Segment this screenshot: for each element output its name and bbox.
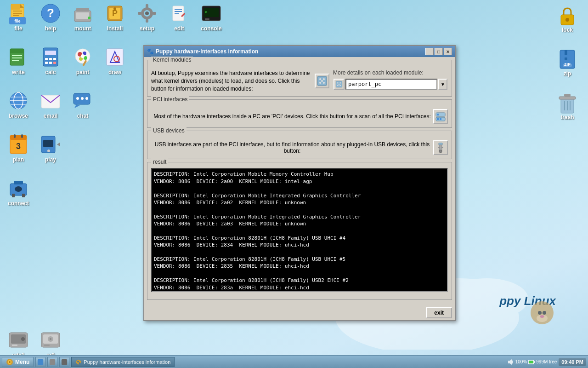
pci-description: Most of the hardware interfaces inside a… bbox=[153, 113, 431, 120]
svg-point-6 bbox=[534, 304, 541, 311]
svg-rect-37 bbox=[175, 9, 182, 10]
svg-rect-15 bbox=[13, 11, 22, 12]
desktop-icon-console[interactable]: >_ console bbox=[195, 2, 227, 32]
svg-rect-54 bbox=[53, 58, 56, 60]
desktop-icon-paint[interactable]: paint bbox=[67, 46, 99, 75]
svg-rect-137 bbox=[441, 147, 443, 148]
svg-point-87 bbox=[47, 150, 50, 152]
pci-text: Most of the hardware interfaces inside a… bbox=[151, 113, 433, 120]
pci-section-label: PCI interfaces bbox=[151, 96, 189, 103]
svg-rect-34 bbox=[138, 12, 141, 15]
memory-label: 999M free bbox=[536, 359, 557, 364]
write-icon-label: write bbox=[12, 69, 25, 75]
dialog-title-text: Puppy hardware-interfaces information bbox=[156, 48, 258, 55]
svg-point-25 bbox=[88, 17, 90, 19]
usb-scan-button[interactable] bbox=[433, 140, 448, 155]
svg-point-7 bbox=[543, 304, 550, 311]
svg-rect-35 bbox=[153, 12, 156, 15]
result-section: result DESCRIPTION: Intel Corporation Mo… bbox=[147, 162, 452, 300]
kernel-text: At bootup, Puppy examines the hardware i… bbox=[151, 69, 311, 92]
svg-rect-78 bbox=[85, 97, 88, 100]
svg-point-119 bbox=[319, 82, 321, 84]
minimize-button[interactable]: _ bbox=[425, 48, 434, 55]
connect-icon-label: connect bbox=[8, 200, 29, 207]
desktop-icon-calc[interactable]: calc bbox=[34, 46, 67, 75]
svg-point-121 bbox=[321, 80, 323, 82]
dialog-controls: _ □ ✕ bbox=[425, 48, 452, 55]
desktop-icon-draw[interactable]: draw bbox=[99, 46, 131, 75]
svg-rect-129 bbox=[437, 118, 439, 120]
svg-rect-56 bbox=[49, 62, 52, 64]
svg-marker-75 bbox=[74, 104, 80, 108]
install-icon-label: install bbox=[107, 25, 123, 32]
email-icon-label: email bbox=[44, 113, 58, 119]
svg-point-135 bbox=[439, 150, 442, 153]
close-button[interactable]: ✕ bbox=[444, 48, 452, 55]
svg-rect-52 bbox=[45, 58, 48, 60]
svg-point-92 bbox=[15, 186, 22, 192]
desktop-icon-edit[interactable]: edit bbox=[163, 2, 195, 32]
svg-marker-85 bbox=[57, 143, 60, 146]
desktop-icon-file[interactable]: file file bbox=[2, 2, 34, 32]
desktop-icon-setup[interactable]: setup bbox=[131, 2, 163, 32]
svg-rect-109 bbox=[563, 64, 572, 67]
active-task[interactable]: 🐾 Puppy hardware-interfaces information bbox=[71, 357, 175, 367]
svg-rect-86 bbox=[43, 140, 53, 147]
svg-rect-44 bbox=[205, 18, 209, 20]
file-icon-label: file bbox=[14, 25, 22, 32]
taskbar-icon-3[interactable] bbox=[59, 357, 69, 367]
svg-point-123 bbox=[337, 82, 339, 84]
svg-text:file: file bbox=[14, 19, 20, 23]
svg-rect-55 bbox=[45, 62, 48, 64]
exit-row: exit bbox=[144, 305, 455, 320]
desktop-icon-browse[interactable]: browse bbox=[2, 90, 34, 119]
desktop-icon-zip[interactable]: ZIP zip bbox=[551, 48, 583, 77]
exit-button[interactable]: exit bbox=[426, 307, 452, 318]
pci-scan-button[interactable] bbox=[433, 109, 448, 124]
desktop-icon-play[interactable]: play bbox=[34, 133, 67, 163]
kernel-section-label: Kernel modules bbox=[151, 57, 193, 63]
svg-point-127 bbox=[339, 84, 340, 85]
trash-icon-label: trash bbox=[560, 114, 574, 121]
svg-rect-148 bbox=[534, 361, 535, 363]
module-detail-button[interactable] bbox=[334, 79, 345, 90]
desktop-icon-lock[interactable]: lock bbox=[551, 5, 583, 33]
taskbar-icon-2[interactable] bbox=[47, 357, 57, 367]
desktop-icon-email[interactable]: email bbox=[34, 90, 67, 119]
svg-rect-77 bbox=[81, 97, 84, 100]
calc-icon-label: calc bbox=[45, 69, 56, 75]
dialog-title: 🐾 Puppy hardware-interfaces information bbox=[147, 48, 258, 55]
desktop-icon-help[interactable]: ? help bbox=[34, 2, 67, 32]
taskbar-icon-1[interactable] bbox=[35, 357, 45, 367]
svg-rect-112 bbox=[564, 94, 571, 97]
taskbar: Menu 🐾 Puppy hardware-interfaces informa… bbox=[0, 355, 588, 368]
svg-point-103 bbox=[565, 18, 569, 22]
module-detail-label: More details on each loaded module: bbox=[333, 69, 424, 76]
desktop-icon-plan[interactable]: 3 plan bbox=[2, 133, 34, 163]
setup-icon-label: setup bbox=[140, 25, 154, 32]
systray: 100% 999M free bbox=[507, 358, 557, 366]
desktop-icon-mount[interactable]: mount bbox=[67, 2, 99, 32]
edit-icon-label: edit bbox=[174, 25, 184, 32]
desktop-icon-sda1[interactable]: sda1 bbox=[2, 329, 34, 358]
desktop-icon-sr0[interactable]: sr0 bbox=[34, 329, 67, 358]
start-menu-button[interactable]: Menu bbox=[2, 357, 34, 367]
desktop-icon-install[interactable]: P install bbox=[99, 2, 131, 32]
svg-rect-141 bbox=[38, 359, 43, 364]
paint-icon-label: paint bbox=[76, 69, 90, 75]
desktop-icon-chat[interactable]: chat bbox=[67, 90, 99, 119]
module-dropdown-button[interactable]: ▼ bbox=[438, 79, 447, 90]
mount-icon-label: mount bbox=[74, 25, 91, 32]
svg-point-125 bbox=[337, 85, 339, 86]
desktop-icon-trash[interactable]: trash bbox=[551, 92, 583, 121]
dialog-titlebar: 🐾 Puppy hardware-interfaces information … bbox=[144, 46, 455, 57]
desktop-icon-connect[interactable]: connect bbox=[2, 177, 34, 207]
result-content[interactable]: DESCRIPTION: Intel Corporation Mobile Me… bbox=[151, 168, 448, 292]
module-input[interactable] bbox=[345, 79, 437, 90]
kernel-info-button[interactable] bbox=[315, 74, 329, 88]
desktop-icon-write[interactable]: write bbox=[2, 46, 34, 75]
maximize-button[interactable]: □ bbox=[435, 48, 443, 55]
svg-rect-51 bbox=[45, 51, 56, 55]
svg-rect-24 bbox=[76, 8, 89, 12]
svg-rect-76 bbox=[76, 97, 79, 100]
